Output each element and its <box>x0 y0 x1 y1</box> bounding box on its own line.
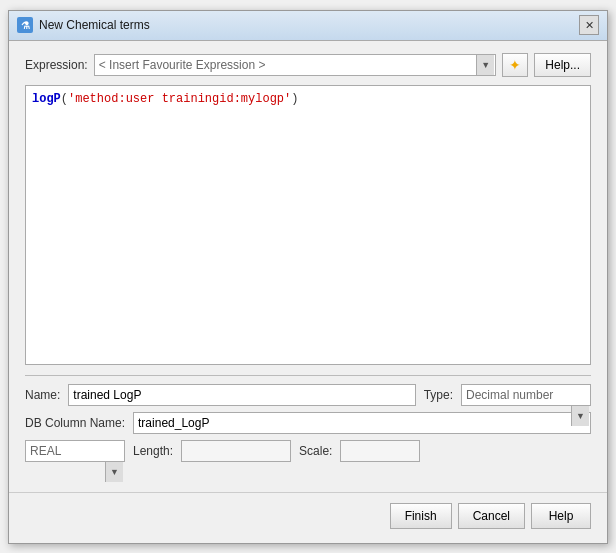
code-editor[interactable]: logP('method:user trainingid:mylogp') <box>25 85 591 365</box>
type-label: Type: <box>424 388 453 402</box>
dialog-footer: Finish Cancel Help <box>9 492 607 543</box>
name-input[interactable] <box>68 384 415 406</box>
expression-dropdown-arrow[interactable]: ▼ <box>476 55 494 75</box>
data-type-row: REAL ▼ Length: Scale: <box>25 440 591 462</box>
window-icon: ⚗ <box>17 17 33 33</box>
finish-button[interactable]: Finish <box>390 503 452 529</box>
expression-label: Expression: <box>25 58 88 72</box>
close-paren: ) <box>291 92 298 106</box>
close-button[interactable]: ✕ <box>579 15 599 35</box>
code-param: 'method:user trainingid:mylogp' <box>68 92 291 106</box>
dialog-content: Expression: < Insert Favourite Expressio… <box>9 41 607 480</box>
data-type-select[interactable]: REAL <box>25 440 125 462</box>
favourite-button[interactable]: ✦ <box>502 53 528 77</box>
scale-label: Scale: <box>299 444 332 458</box>
expression-select[interactable]: < Insert Favourite Expression > <box>94 54 497 76</box>
db-column-label: DB Column Name: <box>25 416 125 430</box>
code-line: logP('method:user trainingid:mylogp') <box>32 92 584 106</box>
db-column-row: DB Column Name: <box>25 412 591 434</box>
scale-input[interactable] <box>340 440 420 462</box>
expression-select-wrapper: < Insert Favourite Expression > ▼ <box>94 54 497 76</box>
type-select-wrapper: Decimal number ▼ <box>461 384 591 406</box>
expression-help-button[interactable]: Help... <box>534 53 591 77</box>
name-label: Name: <box>25 388 60 402</box>
expression-row: Expression: < Insert Favourite Expressio… <box>25 53 591 77</box>
open-paren: ( <box>61 92 68 106</box>
name-type-row: Name: Type: Decimal number ▼ <box>25 384 591 406</box>
star-icon: ✦ <box>509 57 521 73</box>
db-column-input[interactable] <box>133 412 591 434</box>
length-input[interactable] <box>181 440 291 462</box>
data-type-select-wrapper: REAL ▼ <box>25 440 125 462</box>
type-select[interactable]: Decimal number <box>461 384 591 406</box>
type-dropdown-arrow[interactable]: ▼ <box>571 406 589 426</box>
title-bar-left: ⚗ New Chemical terms <box>17 17 150 33</box>
help-button[interactable]: Help <box>531 503 591 529</box>
function-name: logP <box>32 92 61 106</box>
length-label: Length: <box>133 444 173 458</box>
title-bar: ⚗ New Chemical terms ✕ <box>9 11 607 41</box>
separator <box>25 375 591 376</box>
cancel-button[interactable]: Cancel <box>458 503 525 529</box>
main-window: ⚗ New Chemical terms ✕ Expression: < Ins… <box>8 10 608 544</box>
window-title: New Chemical terms <box>39 18 150 32</box>
data-type-dropdown-arrow[interactable]: ▼ <box>105 462 123 482</box>
